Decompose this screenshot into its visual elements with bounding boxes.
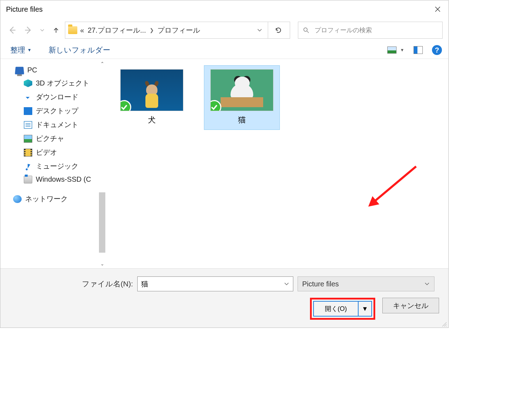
scroll-up-icon[interactable]: ⌃	[98, 59, 107, 68]
refresh-button[interactable]	[268, 22, 288, 38]
tree-label: 3D オブジェクト	[36, 78, 89, 88]
search-placeholder: プロフィールの検索	[315, 26, 372, 34]
file-item[interactable]: 犬	[114, 65, 190, 130]
cancel-button[interactable]: キャンセル	[382, 298, 439, 313]
tree-videos[interactable]: ビデオ	[0, 145, 107, 159]
cube-icon	[24, 79, 32, 87]
video-icon	[24, 149, 32, 156]
drive-icon	[24, 176, 32, 183]
breadcrumb-overflow[interactable]: «	[80, 26, 84, 34]
sidebar-scrollbar[interactable]: ⌃ ⌄	[98, 59, 107, 268]
file-thumbnail	[120, 69, 183, 111]
chevron-down-icon	[424, 281, 430, 287]
sync-check-icon	[120, 100, 131, 111]
search-input[interactable]: プロフィールの検索	[298, 22, 443, 39]
sidebar: PC 3D オブジェクト ダウンロード デスクトップ ドキュメント ピクチャ ビ…	[0, 59, 107, 268]
tree-network[interactable]: ネットワーク	[0, 192, 107, 206]
tree-pictures[interactable]: ピクチャ	[0, 132, 107, 145]
tree-documents[interactable]: ドキュメント	[0, 118, 107, 132]
open-label: 開く(O)	[325, 304, 347, 313]
preview-pane-button[interactable]	[414, 46, 423, 54]
breadcrumb: « 27.プロフィール... ❯ プロフィール	[80, 26, 249, 35]
caret-down-icon: ▼	[400, 48, 404, 53]
organize-label: 整理	[10, 45, 25, 55]
new-folder-button[interactable]: 新しいフォルダー	[49, 45, 110, 55]
tree-label: ピクチャ	[36, 134, 64, 143]
close-button[interactable]	[427, 0, 448, 18]
tree-music[interactable]: ミュージック	[0, 159, 107, 173]
tree-desktop[interactable]: デスクトップ	[0, 104, 107, 118]
tree-label: デスクトップ	[36, 106, 78, 116]
filetype-select[interactable]: Picture files	[298, 276, 434, 291]
folder-icon	[68, 26, 77, 34]
new-folder-label: 新しいフォルダー	[49, 45, 110, 55]
dialog-footer: ファイル名(N): 猫 Picture files 開く(O) ▼ キャンセル	[0, 268, 448, 328]
tree-label: PC	[27, 66, 37, 74]
annotation-arrow	[369, 166, 417, 206]
network-icon	[13, 195, 22, 203]
up-button[interactable]	[49, 23, 63, 38]
navigation-row: « 27.プロフィール... ❯ プロフィール プロフィールの検索	[0, 18, 448, 42]
tree-label: ドキュメント	[36, 120, 78, 130]
file-list[interactable]: 犬 猫	[107, 59, 448, 268]
tree-drive-c[interactable]: Windows-SSD (C	[0, 173, 107, 186]
file-thumbnail	[210, 69, 273, 111]
file-open-dialog: Picture files « 27.プロフィール... ❯ プロフィール	[0, 0, 449, 328]
download-icon	[24, 93, 32, 101]
file-item-selected[interactable]: 猫	[204, 65, 280, 130]
open-button[interactable]: 開く(O) ▼	[313, 301, 372, 317]
tree-label: ミュージック	[36, 161, 78, 171]
search-icon	[303, 27, 310, 34]
resize-grip[interactable]	[442, 321, 447, 326]
titlebar: Picture files	[0, 0, 448, 18]
tree-3d-objects[interactable]: 3D オブジェクト	[0, 76, 107, 90]
picture-icon	[24, 135, 32, 143]
chevron-right-icon: ❯	[150, 27, 154, 33]
filename-input[interactable]: 猫	[137, 276, 293, 291]
tree-label: ビデオ	[36, 148, 57, 157]
filename-label: ファイル名(N):	[82, 279, 133, 289]
scrollbar-thumb[interactable]	[99, 192, 105, 253]
tree-label: ネットワーク	[25, 194, 68, 204]
open-dropdown[interactable]: ▼	[359, 302, 371, 316]
back-button[interactable]	[5, 23, 20, 38]
tree-pc[interactable]: PC	[0, 64, 107, 76]
filename-value: 猫	[141, 279, 148, 289]
address-dropdown[interactable]	[251, 22, 268, 38]
chevron-down-icon[interactable]	[284, 281, 289, 287]
address-bar[interactable]: « 27.プロフィール... ❯ プロフィール	[65, 22, 290, 39]
filetype-value: Picture files	[302, 280, 339, 288]
document-icon	[24, 121, 32, 129]
tree-label: Windows-SSD (C	[36, 175, 91, 183]
sync-check-icon	[210, 100, 221, 111]
music-icon	[24, 163, 32, 170]
pc-icon	[15, 67, 24, 74]
picture-view-icon	[387, 46, 397, 54]
cancel-label: キャンセル	[393, 301, 428, 311]
tree-downloads[interactable]: ダウンロード	[0, 90, 107, 104]
tree-label: ダウンロード	[36, 92, 78, 102]
desktop-icon	[24, 107, 32, 115]
breadcrumb-parent[interactable]: 27.プロフィール...	[88, 26, 146, 35]
file-name: 猫	[238, 115, 246, 125]
toolbar: 整理 ▼ 新しいフォルダー ▼ ?	[0, 42, 448, 59]
dialog-body: PC 3D オブジェクト ダウンロード デスクトップ ドキュメント ピクチャ ビ…	[0, 59, 448, 268]
caret-down-icon: ▼	[27, 48, 32, 53]
breadcrumb-current[interactable]: プロフィール	[157, 26, 200, 35]
help-button[interactable]: ?	[432, 45, 442, 55]
svg-point-0	[304, 28, 307, 31]
recent-locations-button[interactable]	[37, 23, 47, 38]
dialog-title: Picture files	[6, 5, 43, 13]
scroll-down-icon[interactable]: ⌄	[98, 259, 107, 268]
organize-menu[interactable]: 整理 ▼	[10, 45, 32, 55]
view-mode-button[interactable]: ▼	[387, 46, 404, 54]
forward-button[interactable]	[21, 23, 36, 38]
annotation-highlight: 開く(O) ▼	[310, 298, 375, 320]
file-name: 犬	[148, 115, 156, 125]
